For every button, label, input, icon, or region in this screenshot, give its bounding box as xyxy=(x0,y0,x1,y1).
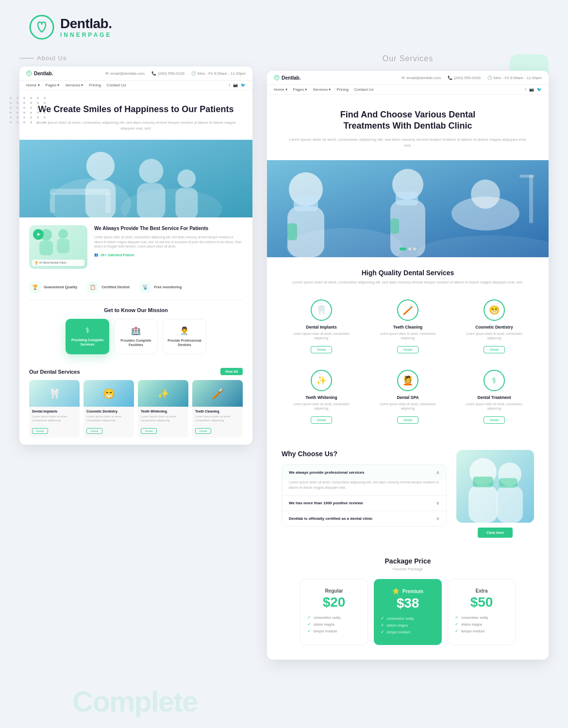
mission-card-1[interactable]: ⚕ Providing Complete Services xyxy=(66,319,109,354)
left-hero: We Create Smiles of Happiness to Our Pat… xyxy=(19,90,252,140)
nav-services[interactable]: Services ▾ xyxy=(65,83,83,87)
s-spa-detail[interactable]: Detail xyxy=(397,416,418,424)
implants-detail-btn[interactable]: Detail xyxy=(32,428,48,434)
svg-rect-11 xyxy=(50,189,111,195)
feature-monitoring: 📡 Free monitoring xyxy=(139,281,182,293)
right-nav-contact[interactable]: Contact Us xyxy=(354,87,374,92)
svg-rect-32 xyxy=(287,223,297,240)
browser-logo: Dentlab. xyxy=(26,70,53,76)
s-implants-detail[interactable]: Detail xyxy=(311,346,332,353)
cleaning-image: 🪥 xyxy=(192,380,243,407)
svg-rect-24 xyxy=(294,197,318,211)
nav-pricing[interactable]: Pricing xyxy=(89,83,100,87)
accordion-header-2[interactable]: We has more than 1000 positive reviews ∨ xyxy=(282,496,446,511)
svg-rect-15 xyxy=(39,241,53,255)
browser-topbar: Dentlab. ✉ email@dentlab.com 📞 (200) 555… xyxy=(19,66,252,81)
logo-icon xyxy=(29,15,54,40)
spa-circle-icon: 💆 xyxy=(397,370,418,391)
hero-title: We Create Smiles of Happiness to Our Pat… xyxy=(34,104,238,115)
carousel-dot-1[interactable] xyxy=(400,248,406,250)
s-whitening-desc: Lorem ipsum dolor sit amet, consectetur … xyxy=(286,402,356,411)
service-item-whitening: ✨ Teeth Whitening Lorem ipsum dolor sit … xyxy=(282,365,361,429)
view-all-button[interactable]: View All xyxy=(220,368,243,375)
mission-icon-3: 👨‍⚕️ xyxy=(167,326,202,335)
right-social-facebook[interactable]: f xyxy=(525,87,526,92)
regular-name: Regular xyxy=(307,588,361,594)
regular-price: $20 xyxy=(307,596,361,609)
s-spa-desc: Lorem ipsum dolor sit amet, consectetur … xyxy=(373,402,443,411)
service-card-cleaning: 🪥 Teeth Cleaning Lorem ipsum dolor sit a… xyxy=(192,380,243,438)
social-facebook[interactable]: f xyxy=(229,83,230,87)
right-nav-home[interactable]: Home ▾ xyxy=(274,87,287,92)
right-social-twitter[interactable]: 🐦 xyxy=(537,87,542,92)
mission-label-2: Provides Complete Facilities xyxy=(118,338,153,347)
accordion-item-3: Dentlab is officially certified as a den… xyxy=(282,511,446,526)
click-here-button[interactable]: Click here xyxy=(478,528,513,538)
s-whitening-detail[interactable]: Detail xyxy=(311,416,332,424)
service-card-implants: 🦷 Dental Implants Lorem ipsum dolor sit … xyxy=(29,380,80,438)
svg-point-18 xyxy=(274,75,279,80)
s-treatment-detail[interactable]: Detail xyxy=(484,416,505,424)
premium-price: $38 xyxy=(381,596,435,610)
mission-label-1: Providing Complete Services xyxy=(69,338,105,347)
why-section: Why Choose Us? We always provide profess… xyxy=(267,440,549,547)
accordion-q-1: We always provide professional services xyxy=(289,470,364,475)
carousel-dot-2[interactable] xyxy=(408,248,411,250)
accordion-content-1: Lorem ipsum dolor sit amet, consectetur … xyxy=(282,480,446,495)
right-browser-email: ✉ email@dentlab.com xyxy=(401,76,441,80)
service-item-cosmetic: 😁 Cosmetic Dentistry Lorem ipsum dolor s… xyxy=(454,295,534,358)
accordion-header-1[interactable]: We always provide professional services … xyxy=(282,465,446,480)
left-browser-card: Dentlab. ✉ email@dentlab.com 📞 (200) 555… xyxy=(19,66,252,445)
nav-pages[interactable]: Pages ▾ xyxy=(46,83,60,87)
service-item-spa: 💆 Dental SPA Lorem ipsum dolor sit amet,… xyxy=(368,365,448,429)
cleaning-name: Teeth Cleaning xyxy=(195,410,240,413)
svg-rect-13 xyxy=(105,193,110,213)
video-thumbnail[interactable]: 🏆 #1 Best Dental Clinic xyxy=(29,225,87,269)
about-section-label: About Us xyxy=(19,54,252,62)
service-card-whitening: ✨ Teeth Whitening Lorem ipsum dolor sit … xyxy=(138,380,188,438)
svg-rect-39 xyxy=(473,477,493,487)
regular-features: ✓consectetur sodiq ✓dolore magna ✓tempor… xyxy=(307,615,361,633)
right-nav-services[interactable]: Services ▾ xyxy=(313,87,331,92)
package-title: Package Price xyxy=(282,557,534,565)
feature-monitoring-label: Free monitoring xyxy=(154,285,182,289)
svg-rect-31 xyxy=(519,175,534,178)
why-accordion: We always provide professional services … xyxy=(282,464,447,527)
accordion-item-2: We has more than 1000 positive reviews ∨ xyxy=(282,496,446,511)
right-nav-pages[interactable]: Pages ▾ xyxy=(293,87,307,92)
services-6-grid: 🦷 Dental Implants Lorem ipsum dolor sit … xyxy=(282,295,534,429)
mission-card-2[interactable]: 🏥 Provides Complete Facilities xyxy=(114,319,158,354)
accordion-header-3[interactable]: Dentlab is officially certified as a den… xyxy=(282,511,446,526)
right-section-title: Our Services xyxy=(267,54,549,63)
right-nav-pricing[interactable]: Pricing xyxy=(336,87,348,92)
cosmetic-desc: Lorem ipsum dolor sit amet consectetur a… xyxy=(86,414,131,423)
mission-card-3[interactable]: 👨‍⚕️ Provide Professional Dentists xyxy=(163,319,206,354)
nav-contact[interactable]: Contact Us xyxy=(107,83,126,87)
about-description: Lorem ipsum dolor sit amet, consectetur … xyxy=(94,235,243,249)
svg-point-0 xyxy=(30,16,53,39)
svg-rect-40 xyxy=(499,478,518,488)
nav-home[interactable]: Home ▾ xyxy=(26,83,40,87)
cleaning-detail-btn[interactable]: Detail xyxy=(195,428,211,434)
s-implants-name: Dental Implants xyxy=(286,325,356,330)
right-column: Our Services Dentlab. ✉ email@dentlab.co… xyxy=(267,54,549,660)
s-cleaning-detail[interactable]: Detail xyxy=(397,346,418,353)
right-browser-card: Dentlab. ✉ email@dentlab.com 📞 (200) 555… xyxy=(267,71,549,660)
whitening-detail-btn[interactable]: Detail xyxy=(141,428,157,434)
right-social-instagram[interactable]: 📷 xyxy=(529,87,534,92)
cleaning-circle-icon: 🪥 xyxy=(397,299,418,321)
right-browser-phone: 📞 (200) 555-0100 xyxy=(448,76,481,80)
svg-rect-30 xyxy=(529,175,533,223)
carousel-dot-3[interactable] xyxy=(413,248,416,250)
implants-name: Dental Implants xyxy=(32,410,77,413)
svg-rect-27 xyxy=(396,192,418,205)
social-instagram[interactable]: 📷 xyxy=(233,83,238,87)
s-cosmetic-detail[interactable]: Detail xyxy=(484,346,505,353)
right-hero: Find And Choose Various Dental Treatment… xyxy=(267,95,549,160)
premium-name: ⭐ Premium xyxy=(381,588,435,595)
right-browser-topbar: Dentlab. ✉ email@dentlab.com 📞 (200) 555… xyxy=(267,71,549,85)
social-twitter[interactable]: 🐦 xyxy=(241,83,246,87)
s-spa-name: Dental SPA xyxy=(373,395,443,400)
treatment-circle-icon: ⚕ xyxy=(484,370,505,391)
cosmetic-detail-btn[interactable]: Detail xyxy=(86,428,102,434)
